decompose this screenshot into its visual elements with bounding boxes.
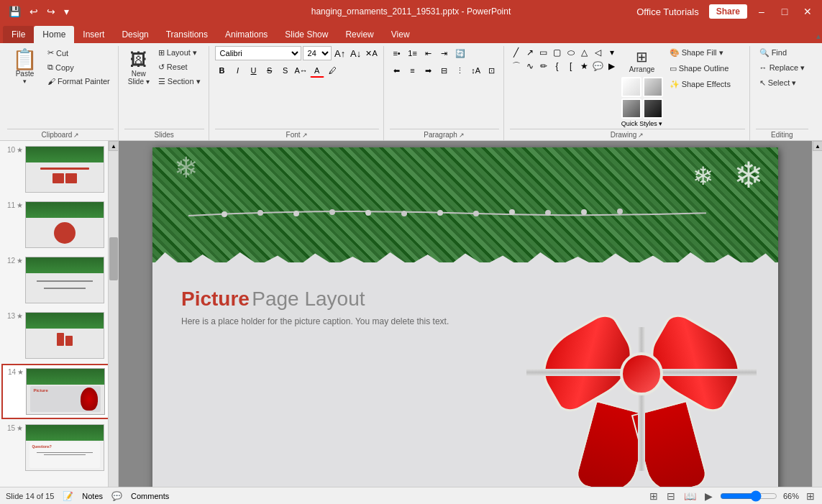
shape-bend[interactable]: ⌒: [510, 60, 523, 73]
shape-brace[interactable]: {: [551, 60, 564, 73]
right-scrollbar[interactable]: ▲ ▼: [812, 141, 822, 504]
font-name-select[interactable]: Calibri: [215, 46, 301, 60]
slide-panel[interactable]: 10 ★ 11 ★: [0, 141, 119, 504]
tab-insert[interactable]: Insert: [74, 26, 113, 43]
tab-animations[interactable]: Animations: [216, 26, 276, 43]
tab-review[interactable]: Review: [337, 26, 382, 43]
shape-arrow[interactable]: ↗: [524, 46, 536, 59]
tab-transitions[interactable]: Transitions: [157, 26, 216, 43]
fit-to-window-btn[interactable]: ⊞: [805, 489, 816, 503]
shape-line[interactable]: ╱: [510, 46, 523, 59]
shape-fill-button[interactable]: 🎨 Shape Fill ▾: [666, 46, 745, 60]
tab-file[interactable]: File: [3, 26, 34, 43]
clear-formatting-btn[interactable]: ✕A: [365, 46, 379, 60]
increase-indent-btn[interactable]: ⇥: [437, 46, 452, 60]
shape-oval[interactable]: ⬭: [565, 46, 577, 59]
numbering-btn[interactable]: 1≡: [406, 46, 420, 60]
zoom-slider[interactable]: [720, 490, 777, 502]
font-color-btn[interactable]: A: [310, 63, 324, 78]
char-spacing-button[interactable]: A↔: [294, 63, 309, 78]
tab-design[interactable]: Design: [113, 26, 157, 43]
shape-action[interactable]: ▶: [606, 60, 618, 73]
slide-item-11[interactable]: 11 ★: [1, 198, 117, 252]
canvas-area[interactable]: ❄ ❄ ❄: [119, 141, 812, 504]
select-button[interactable]: ↖ Select ▾: [756, 76, 808, 90]
align-left-btn[interactable]: ⬅: [390, 63, 404, 78]
drawing-expand-icon[interactable]: ↗: [638, 132, 644, 139]
close-btn[interactable]: ✕: [799, 3, 816, 20]
shape-freeform[interactable]: ✏: [537, 60, 550, 73]
format-painter-button[interactable]: 🖌 Format Painter: [44, 75, 114, 88]
underline-button[interactable]: U: [247, 63, 261, 78]
quick-style-1[interactable]: [621, 77, 641, 97]
font-decrease-btn[interactable]: A↓: [349, 46, 363, 60]
shape-outline-button[interactable]: ▭ Shape Outline: [666, 62, 745, 75]
normal-view-btn[interactable]: ⊞: [648, 489, 659, 503]
clipboard-expand-icon[interactable]: ↗: [73, 132, 79, 139]
font-increase-btn[interactable]: A↑: [333, 46, 347, 60]
slide-item-10[interactable]: 10 ★: [1, 142, 117, 196]
cut-button[interactable]: ✂ Cut: [44, 46, 114, 60]
quick-style-3[interactable]: [621, 98, 641, 119]
scroll-thumb[interactable]: [109, 237, 118, 280]
bullets-btn[interactable]: ≡•: [390, 46, 404, 60]
ribbon-collapse-btn[interactable]: ▲: [815, 32, 822, 40]
customize-quick-btn[interactable]: ▾: [61, 4, 72, 19]
align-center-btn[interactable]: ≡: [406, 63, 420, 78]
paste-button[interactable]: 📋 Paste ▾: [7, 46, 42, 88]
new-slide-button[interactable]: 🖼 New Slide ▾: [124, 46, 153, 88]
bold-button[interactable]: B: [215, 63, 229, 78]
shape-rtri[interactable]: ◁: [592, 46, 605, 59]
shadow-button[interactable]: S: [278, 63, 293, 78]
redo-quick-btn[interactable]: ↪: [44, 4, 58, 19]
slide-item-13[interactable]: 13 ★: [1, 308, 117, 362]
shape-bracket[interactable]: [: [565, 60, 577, 73]
shape-callout[interactable]: 💬: [592, 60, 605, 73]
tab-view[interactable]: View: [383, 26, 419, 43]
scroll-up-btn[interactable]: ▲: [109, 141, 119, 151]
align-right-btn[interactable]: ➡: [421, 63, 436, 78]
quick-styles-label[interactable]: Quick Styles ▾: [621, 120, 663, 127]
office-tutorials-btn[interactable]: Office Tutorials: [632, 5, 703, 19]
shape-rect[interactable]: ▭: [537, 46, 550, 59]
reading-view-btn[interactable]: 📖: [682, 489, 698, 503]
shape-star[interactable]: ★: [578, 60, 591, 73]
text-direction-btn[interactable]: ↕A: [469, 63, 483, 78]
font-size-select[interactable]: 24: [303, 46, 332, 60]
panel-scrollbar[interactable]: ▲ ▼: [108, 141, 118, 504]
shape-round-rect[interactable]: ▢: [551, 46, 564, 59]
replace-button[interactable]: ↔ Replace ▾: [756, 61, 808, 75]
slide-item-14[interactable]: 14 ★ Picture: [1, 364, 117, 419]
share-btn[interactable]: Share: [709, 4, 747, 19]
quick-style-2[interactable]: [643, 77, 663, 97]
slide-item-15[interactable]: 15 ★ Questions?: [1, 421, 117, 475]
shape-curve[interactable]: ∿: [524, 60, 536, 73]
layout-button[interactable]: ⊞ Layout ▾: [155, 46, 204, 60]
text-align-btn[interactable]: ⊡: [485, 63, 499, 78]
comments-button[interactable]: Comments: [131, 492, 169, 500]
tab-home[interactable]: Home: [34, 26, 74, 43]
shape-effects-button[interactable]: ✨ Shape Effects: [666, 78, 745, 91]
restore-btn[interactable]: □: [776, 3, 793, 20]
italic-button[interactable]: I: [231, 63, 245, 78]
right-scroll-up-btn[interactable]: ▲: [813, 141, 822, 151]
arrange-button[interactable]: ⊞ Arrange: [621, 46, 663, 75]
section-button[interactable]: ☰ Section ▾: [155, 75, 204, 88]
quick-style-4[interactable]: [643, 98, 663, 119]
justify-btn[interactable]: ⊟: [437, 63, 452, 78]
reset-button[interactable]: ↺ Reset: [155, 60, 204, 74]
shape-triangle[interactable]: △: [578, 46, 591, 59]
paragraph-expand-icon[interactable]: ↗: [459, 132, 465, 139]
paste-dropdown[interactable]: ▾: [23, 78, 27, 85]
smart-art-btn[interactable]: 🔄: [453, 46, 467, 60]
slide-sorter-btn[interactable]: ⊟: [665, 489, 677, 503]
tab-slideshow[interactable]: Slide Show: [276, 26, 337, 43]
slide-item-12[interactable]: 12 ★: [1, 253, 117, 307]
save-quick-btn[interactable]: 💾: [6, 4, 24, 19]
find-button[interactable]: 🔍 Find: [756, 46, 808, 60]
minimize-btn[interactable]: –: [753, 3, 770, 20]
slideshow-view-btn[interactable]: ▶: [703, 489, 714, 503]
columns-btn[interactable]: ⋮: [453, 63, 467, 78]
strikethrough-button[interactable]: S: [262, 63, 277, 78]
notes-button[interactable]: Notes: [82, 492, 103, 500]
